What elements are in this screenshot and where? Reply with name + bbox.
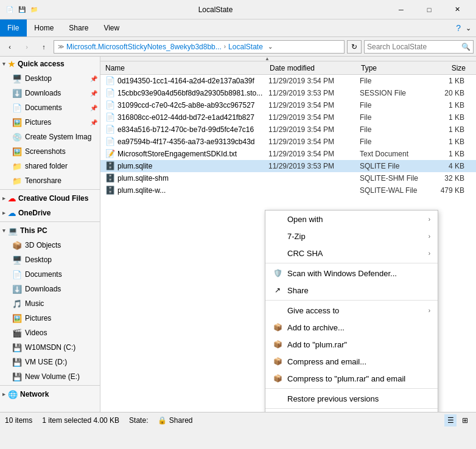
ctx-label: Scan with Windows Defender... (287, 269, 430, 278)
file-type-icon: 🗄️ (105, 186, 115, 195)
close-button[interactable]: ✕ (443, 0, 471, 19)
ctx-open-with[interactable]: Open with › (265, 211, 438, 228)
sidebar-header-network[interactable]: ▸ 🌐 Network (0, 387, 100, 402)
file-type-icon: 📄 (105, 113, 115, 122)
sidebar-item-desktop-quick[interactable]: 🖥️ Desktop 📌 (0, 71, 100, 86)
col-header-name[interactable]: Name (105, 64, 270, 72)
tab-share[interactable]: Share (61, 19, 96, 37)
ctx-give-access[interactable]: Give access to › (265, 302, 438, 319)
sidebar-header-this-pc[interactable]: ▾ 💻 This PC (0, 223, 100, 238)
file-type: SESSION File (360, 89, 433, 97)
table-row[interactable]: 🗄️ plum.sqlite-shm SQLITE-SHM File 32 KB (100, 172, 476, 184)
ctx-share[interactable]: ↗ Share (265, 282, 438, 299)
ctx-label: CRC SHA (287, 249, 424, 258)
ctx-add-archive[interactable]: 📦 Add to archive... (265, 319, 438, 336)
ctx-send-to[interactable]: Send to › (265, 410, 438, 412)
table-row[interactable]: 🗄️ plum.sqlite-w... SQLITE-WAL File 479 … (100, 184, 476, 197)
folder-icon: 📁 (12, 162, 22, 171)
documents-icon: 📄 (12, 270, 22, 279)
sidebar-item-desktop-pc[interactable]: 🖥️ Desktop (0, 252, 100, 267)
back-button[interactable]: ‹ (2, 40, 17, 54)
forward-button[interactable]: › (19, 40, 34, 54)
table-row[interactable]: 📝 MicrosoftStoreEngagementSDKId.txt 11/2… (100, 148, 476, 160)
table-row[interactable]: 📄 e834a516-b712-470c-be7d-99d5fc4e7c16 1… (100, 124, 476, 136)
ctx-label: Give access to (287, 306, 424, 315)
file-type: File (360, 137, 433, 146)
sidebar-item-c-drive[interactable]: 💾 W10MSDN (C:) (0, 340, 100, 355)
sidebar-item-documents-pc[interactable]: 📄 Documents (0, 267, 100, 282)
sidebar-item-label: Creative Cloud Files (18, 194, 88, 203)
ctx-restore-versions[interactable]: Restore previous versions (265, 390, 438, 407)
sidebar-item-shared-folder[interactable]: 📁 shared folder (0, 159, 100, 173)
crc-icon (273, 248, 282, 258)
selected-info: 1 item selected 4.00 KB (42, 416, 119, 425)
ctx-add-rar[interactable]: 📦 Add to "plum.rar" (265, 336, 438, 353)
sidebar-item-documents-quick[interactable]: 📄 Documents 📌 (0, 100, 100, 115)
sidebar-item-music[interactable]: 🎵 Music (0, 296, 100, 311)
minimize-button[interactable]: ─ (387, 0, 415, 19)
pin-icon: 📌 (90, 105, 100, 111)
sidebar-item-label: Documents (25, 270, 62, 279)
refresh-button[interactable]: ↻ (347, 40, 362, 54)
maximize-button[interactable]: □ (415, 0, 443, 19)
file-list-header: Name Date modified Type Size (100, 61, 476, 75)
sidebar-item-label: 3D Objects (25, 241, 61, 249)
sidebar-item-d-drive[interactable]: 💾 VM USE (D:) (0, 355, 100, 369)
details-view-button[interactable]: ☰ (444, 414, 457, 426)
tab-file[interactable]: File (0, 19, 27, 37)
ribbon-expand-icon[interactable]: ⌄ (466, 24, 471, 32)
folder-icon: 📁 (29, 5, 39, 15)
search-icon: 🔍 (461, 43, 471, 51)
sidebar-item-downloads-quick[interactable]: ⬇️ Downloads 📌 (0, 86, 100, 100)
ctx-crc-sha[interactable]: CRC SHA › (265, 245, 438, 262)
breadcrumb-parent[interactable]: Microsoft.MicrosoftStickyNotes_8wekyb3d8… (66, 43, 222, 51)
table-row[interactable]: 🗄️ plum.sqlite 11/29/2019 3:53 PM SQLITE… (100, 160, 476, 172)
sidebar-header-onedrive[interactable]: ▸ ☁ OneDrive (0, 206, 100, 220)
main-area: ▾ ★ Quick access 🖥️ Desktop 📌 ⬇️ Downloa… (0, 57, 476, 412)
sidebar-item-e-drive[interactable]: 💾 New Volume (E:) (0, 369, 100, 384)
sidebar-header-creative-cloud[interactable]: ▸ ☁ Creative Cloud Files (0, 191, 100, 206)
search-input[interactable] (367, 43, 461, 51)
table-row[interactable]: 📄 31099ccd-c7e0-42c5-ab8e-ab93cc967527 1… (100, 99, 476, 111)
table-row[interactable]: 📄 0d194350-1cc1-4164-a2d4-d2e137a0a39f 1… (100, 75, 476, 87)
file-date: 11/29/2019 3:54 PM (268, 137, 360, 146)
file-type: SQLITE-WAL File (360, 186, 433, 195)
ctx-7zip[interactable]: 7-Zip › (265, 228, 438, 245)
chevron-down-icon: ▾ (2, 61, 5, 67)
creative-cloud-icon: ☁ (8, 194, 16, 203)
sidebar-item-pictures-pc[interactable]: 🖼️ Pictures (0, 311, 100, 325)
sidebar-item-label: This PC (20, 226, 47, 235)
search-box[interactable]: 🔍 (364, 40, 474, 54)
sidebar-item-videos[interactable]: 🎬 Videos (0, 325, 100, 340)
table-row[interactable]: 📄 ea97594b-4f17-4356-aa73-ae93139cb43d 1… (100, 136, 476, 148)
col-header-date[interactable]: Date modified (270, 64, 361, 72)
file-type: File (360, 77, 433, 85)
ctx-compress-email[interactable]: 📦 Compress and email... (265, 353, 438, 370)
breadcrumb-current[interactable]: LocalState (228, 43, 263, 51)
table-row[interactable]: 📄 316808cc-e012-44dd-bd72-e1ad421fb827 1… (100, 111, 476, 124)
col-header-type[interactable]: Type (361, 64, 434, 72)
ctx-compress-rar-email[interactable]: 📦 Compress to "plum.rar" and email (265, 370, 438, 387)
address-dropdown-icon[interactable]: ⌄ (268, 43, 273, 50)
sidebar-item-tenorshare[interactable]: 📁 Tenorshare (0, 173, 100, 188)
sidebar-item-create-system[interactable]: 💿 Create System Imag (0, 130, 100, 144)
sidebar-item-3d-objects[interactable]: 📦 3D Objects (0, 238, 100, 252)
address-path[interactable]: ≫ Microsoft.MicrosoftStickyNotes_8wekyb3… (54, 40, 345, 54)
sidebar: ▾ ★ Quick access 🖥️ Desktop 📌 ⬇️ Downloa… (0, 57, 100, 412)
ctx-scan-defender[interactable]: 🛡️ Scan with Windows Defender... (265, 265, 438, 282)
sidebar-item-screenshots[interactable]: 🖼️ Screenshots (0, 144, 100, 159)
file-size: 1 KB (433, 77, 469, 85)
tab-view[interactable]: View (96, 19, 127, 37)
compress-rar-icon: 📦 (273, 374, 282, 383)
table-row[interactable]: 📄 15cbbc93e90a4d56bf8d9a29305b8981.sto..… (100, 87, 476, 99)
up-button[interactable]: ↑ (37, 40, 51, 54)
ctx-label: Share (287, 286, 430, 295)
ribbon-help-icon[interactable]: ? (456, 23, 461, 33)
large-icons-view-button[interactable]: ⊞ (459, 414, 471, 426)
sidebar-item-downloads-pc[interactable]: ⬇️ Downloads (0, 282, 100, 296)
tab-home[interactable]: Home (27, 19, 61, 37)
sidebar-item-pictures-quick[interactable]: 🖼️ Pictures 📌 (0, 115, 100, 130)
col-header-size[interactable]: Size (434, 64, 471, 72)
downloads-icon: ⬇️ (12, 285, 22, 294)
sidebar-header-quick-access[interactable]: ▾ ★ Quick access (0, 57, 100, 71)
